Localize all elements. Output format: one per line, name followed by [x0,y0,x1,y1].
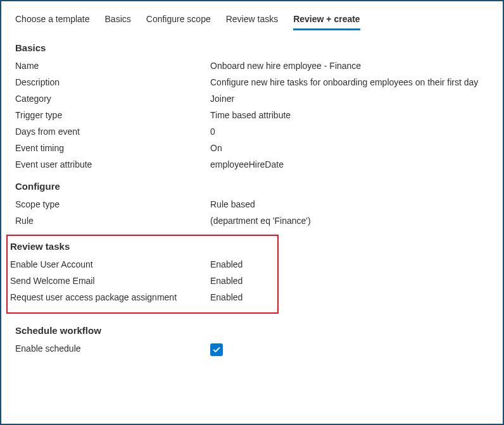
basics-event-user-attribute-value: employeeHireDate [210,159,489,169]
review-tasks-highlight: Review tasks Enable User Account Enabled… [6,235,279,314]
basics-event-user-attribute-row: Event user attribute employeeHireDate [15,159,489,169]
enable-schedule-label: Enable schedule [15,343,210,354]
task-enable-user-account-value: Enabled [210,259,271,269]
tab-configure-scope[interactable]: Configure scope [146,10,211,30]
enable-schedule-row: Enable schedule [15,343,489,356]
basics-trigger-type-row: Trigger type Time based attribute [15,110,489,120]
tab-choose-template[interactable]: Choose a template [15,10,90,30]
content-area: Basics Name Onboard new hire employee - … [1,31,503,375]
configure-scope-type-value: Rule based [210,199,489,209]
tab-basics[interactable]: Basics [105,10,131,30]
basics-event-timing-label: Event timing [15,143,210,153]
configure-rule-label: Rule [15,216,210,226]
basics-event-timing-value: On [210,143,489,153]
configure-scope-type-label: Scope type [15,199,210,209]
task-request-access-package-value: Enabled [210,292,271,302]
task-send-welcome-email-row: Send Welcome Email Enabled [8,276,271,286]
enable-schedule-value [210,343,489,356]
basics-category-row: Category Joiner [15,94,489,104]
basics-description-row: Description Configure new hire tasks for… [15,77,489,87]
task-enable-user-account-row: Enable User Account Enabled [8,259,271,269]
task-send-welcome-email-value: Enabled [210,276,271,286]
basics-category-value: Joiner [210,94,489,104]
basics-days-from-event-label: Days from event [15,126,210,137]
basics-description-label: Description [15,77,210,87]
basics-event-user-attribute-label: Event user attribute [15,159,210,169]
configure-rule-row: Rule (department eq 'Finance') [15,216,489,226]
basics-name-row: Name Onboard new hire employee - Finance [15,61,489,71]
schedule-workflow-heading: Schedule workflow [15,325,489,336]
basics-category-label: Category [15,94,210,104]
basics-trigger-type-value: Time based attribute [210,110,489,120]
basics-name-value: Onboard new hire employee - Finance [210,61,489,71]
checkmark-icon [212,345,221,354]
tab-review-tasks[interactable]: Review tasks [226,10,278,30]
basics-name-label: Name [15,61,210,71]
configure-heading: Configure [15,181,489,192]
basics-description-value: Configure new hire tasks for onboarding … [210,77,489,87]
basics-days-from-event-value: 0 [210,126,489,137]
enable-schedule-checkbox[interactable] [210,343,223,356]
configure-rule-value: (department eq 'Finance') [210,216,489,226]
tab-review-create[interactable]: Review + create [293,10,360,30]
basics-trigger-type-label: Trigger type [15,110,210,120]
basics-event-timing-row: Event timing On [15,143,489,153]
task-send-welcome-email-label: Send Welcome Email [10,276,210,286]
review-tasks-heading: Review tasks [8,241,271,252]
task-request-access-package-row: Request user access package assignment E… [8,292,271,302]
task-enable-user-account-label: Enable User Account [10,259,210,269]
tabs-bar: Choose a template Basics Configure scope… [1,1,503,31]
basics-days-from-event-row: Days from event 0 [15,126,489,137]
basics-heading: Basics [15,42,489,53]
configure-scope-type-row: Scope type Rule based [15,199,489,209]
task-request-access-package-label: Request user access package assignment [10,292,210,302]
